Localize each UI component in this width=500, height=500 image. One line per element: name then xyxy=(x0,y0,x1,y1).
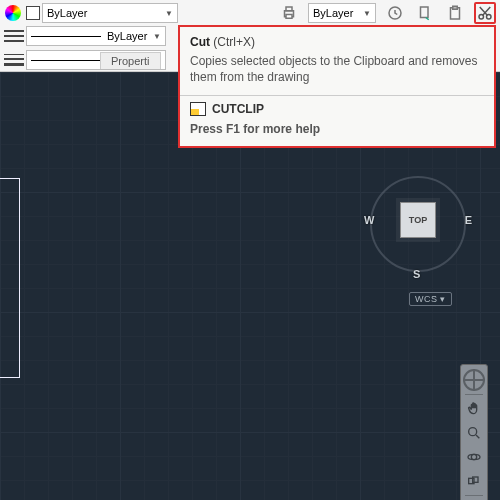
selection-rectangle xyxy=(0,178,20,378)
color-swatch[interactable] xyxy=(26,6,40,20)
linetype-dropdown[interactable]: ByLayer ▼ xyxy=(26,26,166,46)
plotstyle-dropdown[interactable]: ByLayer ▼ xyxy=(308,3,376,23)
cut-tooltip: Cut (Ctrl+X) Copies selected objects to … xyxy=(178,25,496,148)
tooltip-help: Press F1 for more help xyxy=(190,122,484,136)
tooltip-command: CUTCLIP xyxy=(190,102,484,116)
lineweight-icon[interactable] xyxy=(4,50,24,70)
paste-icon[interactable] xyxy=(444,2,466,24)
svg-rect-4 xyxy=(421,7,429,18)
panel-title[interactable]: Properti xyxy=(100,52,161,69)
wcs-badge[interactable]: WCS ▾ xyxy=(409,292,452,306)
print-icon[interactable] xyxy=(278,2,300,24)
color-wheel-icon[interactable] xyxy=(4,4,22,22)
hand-icon xyxy=(466,401,482,417)
showmotion-button[interactable] xyxy=(463,470,485,492)
linetype-label: ByLayer xyxy=(107,30,147,42)
viewcube[interactable]: TOP W E S xyxy=(358,164,478,284)
command-icon xyxy=(190,102,206,116)
compass-west[interactable]: W xyxy=(364,214,374,226)
chevron-down-icon: ▼ xyxy=(153,32,161,41)
color-dropdown-label: ByLayer xyxy=(47,7,87,19)
svg-point-10 xyxy=(471,454,476,459)
pan-button[interactable] xyxy=(463,398,485,420)
magnifier-icon xyxy=(466,425,482,441)
svg-point-11 xyxy=(468,454,480,459)
svg-rect-1 xyxy=(286,7,292,11)
steering-wheel-icon xyxy=(463,369,485,391)
divider xyxy=(180,95,494,96)
orbit-icon xyxy=(466,449,482,465)
line-sample-icon xyxy=(31,60,101,61)
viewcube-top-face[interactable]: TOP xyxy=(400,202,436,238)
compass-south[interactable]: S xyxy=(413,268,420,280)
tooltip-description: Copies selected objects to the Clipboard… xyxy=(190,53,484,85)
color-dropdown[interactable]: ByLayer ▼ xyxy=(42,3,178,23)
frames-icon xyxy=(466,473,482,489)
document-export-icon[interactable] xyxy=(414,2,436,24)
chevron-down-icon: ▼ xyxy=(165,9,173,18)
clock-icon[interactable] xyxy=(384,2,406,24)
svg-rect-6 xyxy=(453,6,458,9)
orbit-button[interactable] xyxy=(463,446,485,468)
zoom-button[interactable] xyxy=(463,422,485,444)
tooltip-title: Cut (Ctrl+X) xyxy=(190,35,484,49)
nav-wheel-button[interactable] xyxy=(463,369,485,391)
divider xyxy=(465,495,483,496)
navigation-bar xyxy=(460,364,488,500)
plotstyle-label: ByLayer xyxy=(313,7,353,19)
toolbar-row-1: ByLayer ▼ ByLayer ▼ xyxy=(0,0,500,24)
compass-east[interactable]: E xyxy=(465,214,472,226)
linetype-icon[interactable] xyxy=(4,26,24,46)
line-sample-icon xyxy=(31,36,101,37)
cut-button[interactable] xyxy=(474,2,496,24)
divider xyxy=(465,394,483,395)
svg-rect-2 xyxy=(286,15,292,19)
svg-point-9 xyxy=(469,428,477,436)
chevron-down-icon: ▼ xyxy=(363,9,371,18)
